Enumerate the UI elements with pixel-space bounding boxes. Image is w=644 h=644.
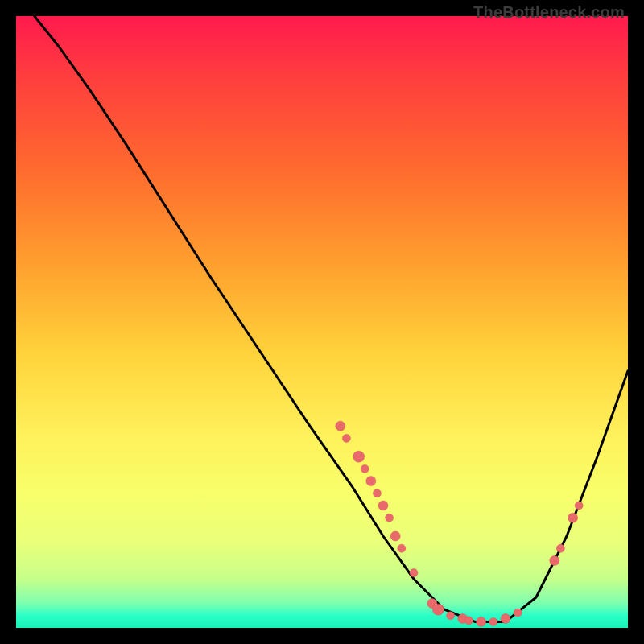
data-point [568,513,578,522]
data-point [386,514,394,522]
data-point [353,451,365,462]
data-point [464,617,473,625]
data-point [477,617,486,626]
data-point [373,489,381,497]
data-point [361,464,369,473]
data-point [514,609,522,617]
data-point [501,614,510,624]
data-point [366,477,376,486]
data-point [342,434,350,442]
data-point [489,617,497,625]
data-point [550,555,559,565]
data-point [432,604,444,615]
chart-frame [16,16,628,628]
data-point [410,569,418,577]
data-point [447,612,455,620]
bottleneck-curve-chart [16,16,628,628]
data-point [390,531,400,541]
bottleneck-curve [35,16,628,621]
data-point [556,544,564,552]
attribution-label: TheBottleneck.com [473,3,625,22]
data-point [398,544,406,552]
data-point [378,501,388,510]
data-point [575,502,583,510]
data-point [336,421,345,431]
